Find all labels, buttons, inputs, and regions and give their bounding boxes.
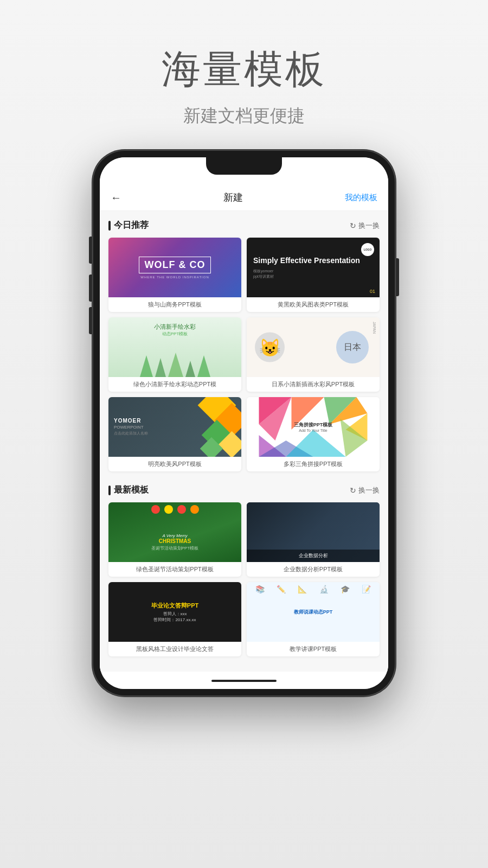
teacher-icon-5: 🎓	[341, 585, 350, 593]
teacher-icon-1: 📚	[255, 585, 265, 593]
tree-4	[185, 361, 195, 377]
japan-kanji: 日本	[344, 342, 361, 353]
simply-num: 01	[370, 289, 375, 294]
business-label: 企业数据分析PPT模板	[247, 562, 380, 577]
simply-text: Simply Effective Presentation	[253, 256, 360, 266]
biz-text: 企业数据分析	[249, 552, 377, 559]
grad-sub: 答辩人：xxx答辩时间：2017.xx.xx	[151, 611, 198, 623]
bottom-spacer	[108, 661, 380, 672]
latest-section: 最新模板 ↻ 换一换	[108, 476, 380, 656]
template-item-christmas[interactable]: A Very Merry CHRISTMAS 圣诞节活动策划PPT模板 绿色圣诞…	[108, 502, 241, 577]
watercolor-title: 小清新手绘水彩	[108, 323, 241, 331]
xmas-very-merry: A Very Merry	[108, 533, 241, 538]
template-thumb-watercolor: 小清新手绘水彩 动态PPT模板	[108, 317, 241, 377]
cat-face-icon: 😺	[259, 337, 281, 358]
page-subtitle: 新建文档更便捷	[162, 104, 326, 128]
christmas-text: A Very Merry CHRISTMAS 圣诞节活动策划PPT模板	[108, 533, 241, 551]
template-item-watercolor[interactable]: 小清新手绘水彩 动态PPT模板	[108, 317, 241, 392]
wolf-label: 狼与山商务PPT模板	[108, 297, 241, 312]
teacher-icons: 📚 ✏️ 📐 🔬 🎓 📝	[247, 585, 380, 593]
scroll-content: 今日推荐 ↻ 换一换 WOLF & CO WHERE T	[100, 211, 388, 672]
japan-label-vertical: JAPAN	[373, 322, 376, 334]
latest-template-grid: A Very Merry CHRISTMAS 圣诞节活动策划PPT模板 绿色圣诞…	[108, 502, 380, 656]
today-section-header: 今日推荐 ↻ 换一换	[108, 211, 380, 238]
refresh-icon: ↻	[350, 221, 356, 230]
template-thumb-teacher: 📚 ✏️ 📐 🔬 🎓 📝 教师说课动态PPT	[247, 582, 380, 642]
xmas-ball-3	[177, 505, 186, 514]
today-section-title: 今日推荐	[108, 220, 149, 231]
christmas-decorations	[108, 505, 241, 514]
simply-label: 黄黑欧美风图表类PPT模板	[247, 297, 380, 312]
biz-photo: 企业数据分析	[247, 502, 380, 562]
my-templates-button[interactable]: 我的模板	[345, 193, 377, 203]
yomoer-label: 明亮欧美风PPT模板	[108, 457, 241, 471]
xmas-subtitle: 圣诞节活动策划PPT模板	[108, 545, 241, 551]
graduation-label: 黑板风格工业设计毕业论文答	[108, 642, 241, 656]
template-thumb-business: 企业数据分析	[247, 502, 380, 562]
template-thumb-graduation: 毕业论文答辩PPT 答辩人：xxx答辩时间：2017.xx.xx	[108, 582, 241, 642]
back-button[interactable]: ←	[111, 192, 121, 204]
japan-circle: 日本	[336, 331, 369, 363]
watercolor-text: 小清新手绘水彩 动态PPT模板	[108, 323, 241, 337]
teacher-icon-2: ✏️	[277, 585, 286, 593]
template-item-wolf[interactable]: WOLF & CO WHERE THE WORLD INSPIRATION 狼与…	[108, 238, 241, 312]
tri-text: 三角拼接PPT模板 Add To Your Title	[294, 422, 333, 432]
watercolor-trees	[108, 344, 241, 377]
teacher-label: 教学讲课PPT模板	[247, 642, 380, 656]
japan-cat: 😺	[255, 333, 285, 362]
phone-screen: ← 新建 我的模板 今日推荐 ↻ 换一换	[100, 157, 388, 689]
latest-refresh-button[interactable]: ↻ 换一换	[350, 486, 380, 495]
page-header: 海量模板 新建文档更便捷	[162, 0, 326, 150]
yomoer-diamonds	[168, 397, 241, 457]
teacher-icon-6: 📝	[362, 585, 371, 593]
teacher-icon-3: 📐	[298, 585, 307, 593]
teacher-icon-4: 🔬	[319, 585, 329, 593]
template-thumb-triangle: 三角拼接PPT模板 Add To Your Title	[247, 397, 380, 457]
triangle-label: 多彩三角拼接PPT模板	[247, 457, 380, 471]
template-thumb-wolf: WOLF & CO WHERE THE WORLD INSPIRATION	[108, 238, 241, 297]
wolf-title: WOLF & CO	[139, 257, 211, 273]
template-thumb-simply: LOGO Simply Effective Presentation 模板yom…	[247, 238, 380, 297]
tree-2	[155, 358, 166, 377]
wolf-subtitle: WHERE THE WORLD INSPIRATION	[139, 276, 211, 279]
watercolor-sub: 动态PPT模板	[108, 331, 241, 337]
wolf-content: WOLF & CO WHERE THE WORLD INSPIRATION	[139, 257, 211, 279]
yomoer-product: POWERPOINT	[114, 425, 148, 430]
latest-refresh-icon: ↻	[350, 486, 356, 495]
today-template-grid: WOLF & CO WHERE THE WORLD INSPIRATION 狼与…	[108, 238, 380, 471]
japan-label: 日系小清新插画水彩风PPT模板	[247, 377, 380, 392]
notch-bar	[100, 157, 388, 184]
template-item-business[interactable]: 企业数据分析 企业数据分析PPT模板	[247, 502, 380, 577]
template-item-graduation[interactable]: 毕业论文答辩PPT 答辩人：xxx答辩时间：2017.xx.xx 黑板风格工业设…	[108, 582, 241, 656]
latest-section-header: 最新模板 ↻ 换一换	[108, 476, 380, 502]
page-title: 海量模板	[162, 43, 326, 95]
template-thumb-japan: 😺 日本 JAPAN	[247, 317, 380, 377]
yomoer-brand: YOMOER	[114, 418, 148, 424]
latest-section-title: 最新模板	[108, 484, 149, 496]
template-item-japan[interactable]: 😺 日本 JAPAN 日系小清新插画水彩风PPT模板	[247, 317, 380, 392]
yomoer-text: YOMOER POWERPOINT 点击此处添加人名称	[114, 418, 148, 436]
svg-marker-8	[286, 430, 346, 457]
simply-small: 模板yomoerppt培训素材	[253, 269, 274, 279]
home-indicator	[100, 673, 388, 689]
today-action-label: 换一换	[358, 221, 380, 231]
template-item-teacher[interactable]: 📚 ✏️ 📐 🔬 🎓 📝 教师说课动态PPT 教学	[247, 582, 380, 656]
yomoer-desc: 点击此处添加人名称	[114, 431, 148, 436]
tri-sub: Add To Your Title	[294, 429, 333, 432]
template-thumb-yomoer: YOMOER POWERPOINT 点击此处添加人名称	[108, 397, 241, 457]
simply-logo: LOGO	[361, 243, 374, 256]
template-item-triangle[interactable]: 三角拼接PPT模板 Add To Your Title 多彩三角拼接PPT模板	[247, 397, 380, 471]
today-refresh-button[interactable]: ↻ 换一换	[350, 221, 380, 231]
phone-wrapper: ← 新建 我的模板 今日推荐 ↻ 换一换	[92, 150, 396, 697]
app-content: ← 新建 我的模板 今日推荐 ↻ 换一换	[100, 184, 388, 673]
nav-title: 新建	[223, 191, 243, 204]
christmas-label: 绿色圣诞节活动策划PPT模板	[108, 562, 241, 577]
xmas-ball-1	[151, 505, 160, 514]
template-item-yomoer[interactable]: YOMOER POWERPOINT 点击此处添加人名称 明亮欧美风PPT模板	[108, 397, 241, 471]
tree-3	[168, 353, 183, 377]
template-item-simply[interactable]: LOGO Simply Effective Presentation 模板yom…	[247, 238, 380, 312]
xmas-title: CHRISTMAS	[108, 538, 241, 544]
tree-1	[140, 355, 153, 377]
template-thumb-christmas: A Very Merry CHRISTMAS 圣诞节活动策划PPT模板	[108, 502, 241, 562]
home-bar	[211, 680, 277, 682]
